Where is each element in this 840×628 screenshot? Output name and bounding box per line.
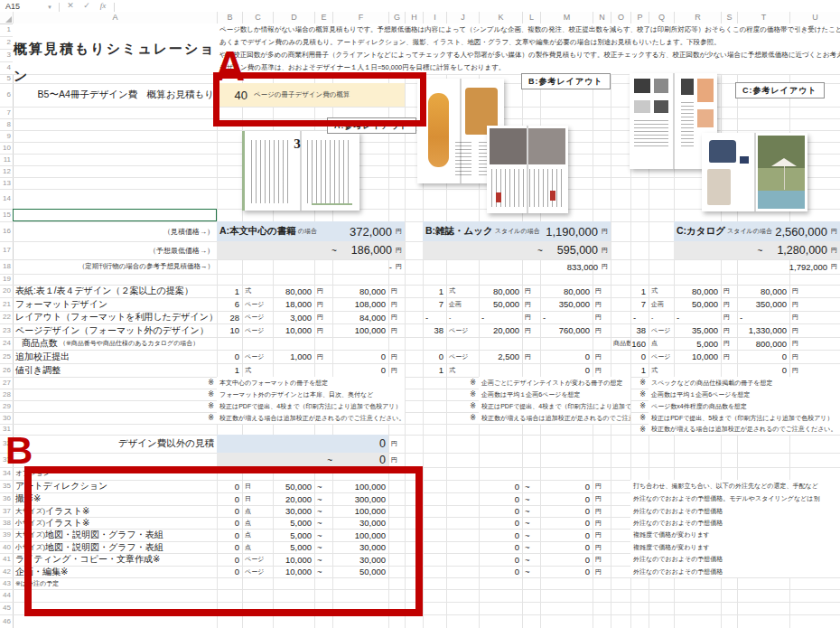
item-qty-c[interactable]: 7 bbox=[630, 297, 649, 311]
row-header-19[interactable]: 19 bbox=[0, 274, 13, 285]
row-header-25[interactable]: 25 bbox=[0, 350, 13, 363]
insert-function-icon[interactable]: fx bbox=[95, 0, 111, 12]
item-qty-b[interactable]: 7 bbox=[423, 297, 446, 311]
item-qty-a[interactable]: 1 bbox=[217, 285, 242, 297]
column-header-Q[interactable]: Q bbox=[649, 12, 674, 23]
yen-label[interactable]: 円 bbox=[522, 311, 540, 323]
row-header-43[interactable]: 43 bbox=[0, 577, 13, 589]
row-header-5[interactable]: 5 bbox=[0, 74, 13, 83]
row-header-10[interactable]: 10 bbox=[0, 142, 13, 154]
option-b-amount[interactable]: 0 bbox=[540, 517, 593, 529]
yen-label[interactable]: 円 bbox=[593, 363, 611, 377]
item-amount-b[interactable]: 80,000 bbox=[540, 285, 593, 297]
yen-label[interactable]: 円 bbox=[388, 297, 405, 311]
option-b-qty[interactable]: 0 bbox=[479, 517, 522, 529]
section-note-a[interactable]: 校正はPDFで提出、4校まで（印刷方法により追加で色校アリ） bbox=[217, 400, 405, 412]
yen-label[interactable]: 円 bbox=[593, 311, 611, 323]
yen-label[interactable]: 円 bbox=[721, 323, 737, 337]
item-qty-b[interactable]: 1 bbox=[423, 363, 446, 377]
yen-label[interactable]: 円 bbox=[522, 285, 540, 297]
option-note[interactable]: 打ち合わせ、撮影立ち合い、以下の外注先などの選定、手配など bbox=[630, 480, 840, 492]
column-header-N[interactable]: N bbox=[593, 12, 611, 23]
option-b-amount[interactable]: 0 bbox=[540, 480, 593, 492]
section-note-c[interactable]: ページ数x4件程度の商品数を想定 bbox=[649, 400, 840, 412]
row-header-13[interactable]: 13 bbox=[0, 177, 13, 189]
column-header-K[interactable]: K bbox=[479, 12, 522, 23]
yen-label[interactable]: 円 bbox=[388, 363, 405, 377]
item-price-b[interactable]: 80,000 bbox=[479, 285, 522, 297]
item-unit-c[interactable]: 式 bbox=[649, 363, 674, 377]
row-header-44[interactable]: 44 bbox=[0, 589, 13, 602]
option-b-qty[interactable]: 0 bbox=[479, 505, 522, 517]
yen-label[interactable]: 円 bbox=[314, 350, 332, 363]
yen-label[interactable]: 円 bbox=[593, 492, 611, 505]
item-price-b[interactable]: 2,500 bbox=[479, 350, 522, 363]
item-qty-b[interactable]: 1 bbox=[423, 285, 446, 297]
column-header-I[interactable]: I bbox=[423, 12, 446, 23]
item-unit-c[interactable]: ページ bbox=[649, 323, 674, 337]
item-price-c[interactable]: - bbox=[674, 311, 721, 323]
section-note-a[interactable]: 校正数が増える場合は追加校正が足されるのでご注意ください。 bbox=[217, 412, 405, 424]
section-note-c[interactable]: 校正数が増える場合は追加校正が足されるのでご注意ください。 bbox=[649, 424, 840, 435]
item-amount-a[interactable]: 0 bbox=[332, 350, 388, 363]
yen-label[interactable]: 円 bbox=[522, 350, 540, 363]
option-note[interactable]: 外注なのでおおよその予想価格 bbox=[630, 553, 840, 566]
row-header-18[interactable]: 18 bbox=[0, 259, 13, 274]
yen-label[interactable]: 円 bbox=[314, 285, 332, 297]
column-header-M[interactable]: M bbox=[540, 12, 593, 23]
row-header-9[interactable]: 9 bbox=[0, 130, 13, 142]
yen-label[interactable]: 円 bbox=[314, 311, 332, 323]
summary-periodical-a[interactable]: -円 bbox=[217, 259, 405, 274]
summary-row-label[interactable]: （定期刊行物の場合の参考予想見積価格→） bbox=[13, 259, 217, 274]
column-header-R[interactable]: R bbox=[674, 12, 721, 23]
yen-label[interactable]: 円 bbox=[314, 323, 332, 337]
summary-min-a[interactable]: ~186,000円 bbox=[217, 241, 405, 259]
item-price-b[interactable]: 50,000 bbox=[479, 297, 522, 311]
yen-label[interactable]: 円 bbox=[593, 480, 611, 492]
item-unit-a[interactable]: 式 bbox=[242, 363, 273, 377]
item-qty-b[interactable]: - bbox=[423, 311, 446, 323]
row-header-29[interactable]: 29 bbox=[0, 400, 13, 412]
row-header-15[interactable]: 15 bbox=[0, 209, 13, 221]
section-note-a[interactable]: 本文中心のフォーマットの冊子を想定 bbox=[217, 377, 405, 389]
item-unit-c[interactable]: ページ bbox=[649, 350, 674, 363]
row-header-30[interactable]: 30 bbox=[0, 412, 13, 424]
summary-min-c[interactable]: ~1,280,000円 bbox=[674, 241, 840, 259]
option-note[interactable]: 外注なのでおおよその予想価格 bbox=[630, 517, 840, 529]
row-header-1[interactable]: 1 bbox=[0, 23, 13, 36]
option-b-amount[interactable]: 0 bbox=[540, 492, 593, 505]
item-unit-a[interactable]: ページ bbox=[242, 297, 273, 311]
yen-label[interactable]: 円 bbox=[593, 505, 611, 517]
row-header-2[interactable]: 2 bbox=[0, 36, 13, 49]
row-header-27[interactable]: 27 bbox=[0, 377, 13, 389]
yen-label[interactable]: 円 bbox=[789, 297, 840, 311]
item-price-a[interactable]: 80,000 bbox=[273, 285, 314, 297]
item-price-a[interactable]: 10,000 bbox=[273, 323, 314, 337]
column-header-E[interactable]: E bbox=[314, 12, 332, 23]
top-note-line[interactable]: やや校正回数が多めの商業利用冊子（クライアントなどによってチェックする人や部署が… bbox=[217, 49, 840, 61]
item-unit-c[interactable]: - bbox=[649, 311, 674, 323]
item-unit-c[interactable]: 式 bbox=[649, 285, 674, 297]
row-header-20[interactable]: 20 bbox=[0, 285, 13, 297]
column-header-B[interactable]: B bbox=[217, 12, 242, 23]
row-header-16[interactable]: 16 bbox=[0, 221, 13, 241]
row-header-17[interactable]: 17 bbox=[0, 241, 13, 259]
summary-row-label[interactable]: （見積価格→） bbox=[13, 221, 217, 241]
column-header-J[interactable]: J bbox=[446, 12, 479, 23]
column-header-U[interactable]: U bbox=[789, 12, 840, 23]
yen-label[interactable]: 円 bbox=[388, 323, 405, 337]
summary-min-b[interactable]: ~595,000円 bbox=[423, 241, 611, 259]
option-note[interactable]: 複雑度で価格が変わります bbox=[630, 541, 840, 553]
yen-label[interactable]: 円 bbox=[593, 566, 611, 577]
yen-label[interactable]: 円 bbox=[593, 350, 611, 363]
item-qty-c[interactable]: 0 bbox=[630, 350, 649, 363]
item-unit-a[interactable]: ページ bbox=[242, 311, 273, 323]
yen-label[interactable]: 円 bbox=[522, 323, 540, 337]
item-unit-a[interactable]: 式 bbox=[242, 285, 273, 297]
item-qty-c[interactable]: 1 bbox=[630, 285, 649, 297]
section-note-b[interactable]: 校正はPDFで提出、4校まで（印刷方法により追加で色校アリ） bbox=[479, 400, 630, 412]
item-unit-b[interactable]: 企画 bbox=[446, 297, 479, 311]
row-header-6[interactable]: 6 bbox=[0, 83, 13, 107]
row-header-21[interactable]: 21 bbox=[0, 297, 13, 311]
cell-name-box[interactable]: A15 bbox=[0, 0, 45, 12]
